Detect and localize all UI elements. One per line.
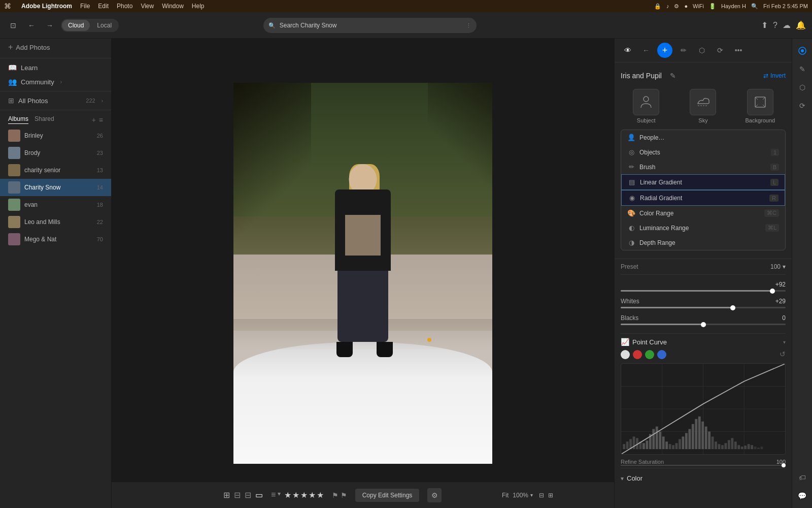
sidebar-item-all-photos[interactable]: ⊞ All Photos 222 › — [0, 93, 111, 108]
search-input[interactable] — [263, 18, 477, 33]
back-btn[interactable]: ← — [24, 18, 39, 33]
panel-back-btn[interactable]: ← — [639, 43, 653, 57]
masking-edit-icon[interactable]: ✎ — [666, 69, 680, 83]
split-view-icon[interactable]: ⊞ — [548, 492, 553, 499]
compare-view-icon[interactable]: ⊟ — [539, 492, 544, 499]
reject-icon[interactable]: ⚑ — [341, 491, 347, 499]
curve-white-channel[interactable] — [621, 350, 630, 359]
curve-red-channel[interactable] — [633, 350, 642, 359]
preset-dropdown[interactable]: 100 ▾ — [770, 263, 786, 270]
flag-icon[interactable]: ⚑ — [332, 491, 339, 499]
info-icon[interactable]: ? — [773, 21, 777, 30]
albums-tab[interactable]: Albums — [8, 115, 28, 124]
mask-menu-item-depth-range[interactable]: ◑ Depth Range — [621, 235, 785, 250]
albums-shared-header: Albums Shared + ≡ — [0, 112, 111, 127]
sidebar-toggle-btn[interactable]: ⊡ — [6, 18, 20, 33]
star-3[interactable]: ★ — [300, 490, 308, 500]
grid-small-icon[interactable]: ⊞ — [223, 490, 230, 500]
album-item-charity-snow[interactable]: Charity Snow 14 — [0, 179, 111, 196]
tag-tool-btn[interactable]: 🏷 — [794, 469, 810, 486]
add-album-icon[interactable]: + — [92, 116, 96, 124]
sidebar-item-community[interactable]: 👥 Community › — [0, 75, 111, 89]
curve-reset-btn[interactable]: ↺ — [780, 350, 786, 359]
settings-gear-btn[interactable]: ⚙ — [427, 488, 442, 502]
cloud-sync-icon[interactable]: ☁ — [783, 20, 791, 30]
menu-help[interactable]: Help — [192, 3, 205, 10]
sort-albums-icon[interactable]: ≡ — [99, 116, 103, 124]
mask-menu-item-people…[interactable]: 👤 People… — [621, 130, 785, 145]
add-photos-btn[interactable]: + Add Photos — [0, 39, 111, 56]
grid-large-icon[interactable]: ⊟ — [245, 490, 251, 500]
curve-blue-channel[interactable] — [657, 350, 666, 359]
single-view-icon[interactable]: ▭ — [255, 490, 263, 500]
star-4[interactable]: ★ — [309, 490, 316, 500]
curve-container[interactable] — [621, 363, 786, 455]
album-item-charity-senior[interactable]: charity senior 13 — [0, 162, 111, 179]
svg-rect-19 — [656, 427, 658, 450]
forward-btn[interactable]: → — [43, 18, 57, 33]
grid-medium-icon[interactable]: ⊟ — [234, 490, 241, 500]
local-tab[interactable]: Local — [91, 20, 118, 31]
search-filter-icon[interactable]: ⋮ — [466, 22, 471, 28]
heal-tool-btn[interactable]: ⟳ — [794, 98, 810, 114]
album-item-mego-&-nat[interactable]: Mego & Nat 70 — [0, 231, 111, 248]
depth-slider-track[interactable] — [621, 290, 786, 292]
share-icon[interactable]: ⬆ — [761, 20, 768, 30]
panel-brush-btn[interactable]: ✏ — [676, 43, 691, 57]
mask-menu-item-radial-gradient[interactable]: ◉ Radial Gradient R — [621, 190, 785, 206]
curve-green-channel[interactable] — [645, 350, 654, 359]
edit-tool-btn[interactable]: ✎ — [794, 61, 810, 77]
menu-edit[interactable]: Edit — [98, 3, 109, 10]
sort-icon[interactable]: ≡ — [271, 490, 276, 500]
sidebar-divider-3 — [0, 110, 111, 110]
menu-photo[interactable]: Photo — [117, 3, 132, 10]
invert-btn[interactable]: ⇄ Invert — [763, 72, 786, 79]
menu-window[interactable]: Window — [162, 3, 184, 10]
whites-slider[interactable] — [621, 307, 786, 308]
star-1[interactable]: ★ — [284, 490, 291, 500]
panel-more-btn[interactable]: ••• — [731, 43, 746, 57]
zoom-dropdown-icon[interactable]: ▾ — [530, 492, 533, 498]
copy-edit-btn[interactable]: Copy Edit Settings — [355, 489, 420, 502]
cloud-tab[interactable]: Cloud — [62, 20, 90, 31]
star-5[interactable]: ★ — [317, 490, 324, 500]
menu-view[interactable]: View — [141, 3, 154, 10]
apple-menu[interactable]: ⌘ — [4, 2, 11, 10]
album-item-brinley[interactable]: Brinley 26 — [0, 127, 111, 144]
shared-tab[interactable]: Shared — [35, 115, 54, 124]
blacks-slider[interactable] — [621, 324, 786, 325]
sort-arrow-icon[interactable]: ▾ — [278, 490, 281, 500]
add-mask-btn[interactable]: + — [657, 43, 672, 58]
album-item-brody[interactable]: Brody 23 — [0, 144, 111, 162]
panel-ai-btn[interactable]: ⬡ — [695, 43, 709, 57]
bell-icon[interactable]: 🔔 — [796, 20, 806, 30]
chat-tool-btn[interactable]: 💬 — [794, 488, 810, 504]
point-curve-title-row[interactable]: 📈 Point Curve ▾ — [621, 338, 786, 346]
panel-eye-btn[interactable]: 👁 — [621, 43, 635, 57]
album-item-evan[interactable]: evan 18 — [0, 196, 111, 213]
menubar-search-icon[interactable]: 🔍 — [751, 3, 758, 10]
mask-preset-subject[interactable]: Subject — [621, 89, 671, 123]
menubar-settings-icon[interactable]: ⚙ — [674, 3, 679, 10]
main-photo[interactable] — [233, 83, 492, 464]
sidebar-item-learn[interactable]: 📖 Learn — [0, 60, 111, 75]
mask-preset-background[interactable]: Background — [735, 89, 786, 123]
album-thumb — [8, 181, 20, 194]
mask-preset-sky[interactable]: Sky — [678, 89, 728, 123]
panel-history-btn[interactable]: ⟳ — [713, 43, 727, 57]
album-item-leo-and-mills[interactable]: Leo and Mills 22 — [0, 213, 111, 231]
refine-track[interactable] — [621, 465, 786, 466]
mask-menu-item-brush[interactable]: ✏ Brush B — [621, 160, 785, 174]
mask-menu-item-luminance-range[interactable]: ◐ Luminance Range ⌘L — [621, 220, 785, 235]
svg-rect-15 — [642, 443, 645, 449]
mask-menu-item-objects[interactable]: ◎ Objects 1 — [621, 145, 785, 160]
color-toggle-row[interactable]: ▾ Color — [621, 472, 786, 484]
crop-tool-btn[interactable]: ⬡ — [794, 79, 810, 96]
menubar-user-icon[interactable]: ● — [684, 3, 688, 9]
mask-menu-item-linear-gradient[interactable]: ▤ Linear Gradient L — [621, 174, 785, 190]
menu-file[interactable]: File — [80, 3, 90, 10]
masking-tool-btn[interactable] — [794, 43, 810, 59]
menubar-user-name[interactable]: Hayden H — [721, 3, 746, 9]
mask-menu-item-color-range[interactable]: 🎨 Color Range ⌘C — [621, 206, 785, 220]
star-2[interactable]: ★ — [292, 490, 299, 500]
